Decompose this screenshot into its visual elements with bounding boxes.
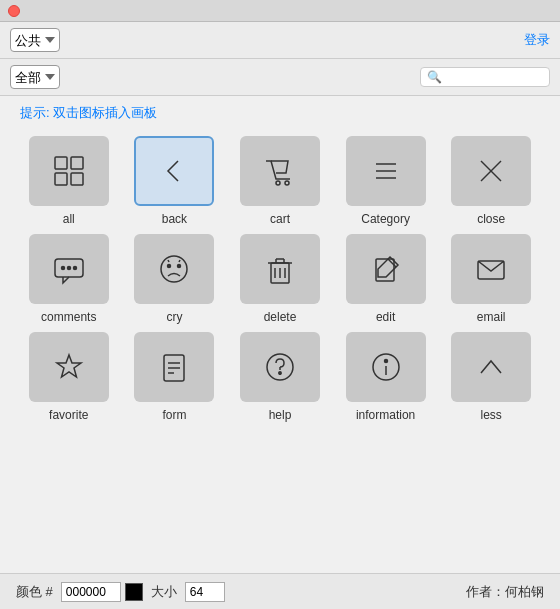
list-item[interactable]: information bbox=[337, 332, 435, 422]
svg-point-41 bbox=[279, 372, 281, 374]
icon-box-email[interactable] bbox=[451, 234, 531, 304]
search-wrapper: 🔍 bbox=[420, 67, 550, 87]
list-item[interactable]: back bbox=[126, 136, 224, 226]
icon-label: information bbox=[356, 408, 415, 422]
svg-rect-1 bbox=[71, 157, 83, 169]
list-item[interactable]: comments bbox=[20, 234, 118, 324]
icon-box-back[interactable] bbox=[134, 136, 214, 206]
svg-rect-2 bbox=[55, 173, 67, 185]
icon-box-information[interactable] bbox=[346, 332, 426, 402]
icon-label: favorite bbox=[49, 408, 88, 422]
icon-label: Category bbox=[361, 212, 410, 226]
list-item[interactable]: form bbox=[126, 332, 224, 422]
email-icon bbox=[471, 249, 511, 289]
close-icon bbox=[471, 151, 511, 191]
list-item[interactable]: email bbox=[442, 234, 540, 324]
category-select[interactable]: 公共 私有 bbox=[10, 28, 60, 52]
back-icon bbox=[154, 151, 194, 191]
icon-box-delete[interactable] bbox=[240, 234, 320, 304]
help-icon bbox=[260, 347, 300, 387]
list-item[interactable]: edit bbox=[337, 234, 435, 324]
svg-rect-3 bbox=[71, 173, 83, 185]
titlebar bbox=[0, 0, 560, 22]
icon-box-category[interactable] bbox=[346, 136, 426, 206]
icon-box-help[interactable] bbox=[240, 332, 320, 402]
icon-box-cry[interactable] bbox=[134, 234, 214, 304]
list-item[interactable]: help bbox=[231, 332, 329, 422]
color-input-wrapper bbox=[61, 582, 143, 602]
svg-point-16 bbox=[67, 267, 70, 270]
icon-label: help bbox=[269, 408, 292, 422]
svg-point-20 bbox=[178, 265, 181, 268]
svg-marker-34 bbox=[57, 355, 81, 377]
icon-box-form[interactable] bbox=[134, 332, 214, 402]
color-swatch bbox=[125, 583, 143, 601]
icon-box-all[interactable] bbox=[29, 136, 109, 206]
all-icon bbox=[49, 151, 89, 191]
icon-label: comments bbox=[41, 310, 96, 324]
icon-box-favorite[interactable] bbox=[29, 332, 109, 402]
color-value-input[interactable] bbox=[61, 582, 121, 602]
icon-box-comments[interactable] bbox=[29, 234, 109, 304]
svg-line-32 bbox=[388, 259, 396, 267]
svg-point-4 bbox=[276, 181, 280, 185]
svg-rect-0 bbox=[55, 157, 67, 169]
svg-line-21 bbox=[168, 260, 169, 262]
cart-icon bbox=[260, 151, 300, 191]
icon-label: less bbox=[481, 408, 502, 422]
icon-label: all bbox=[63, 212, 75, 226]
list-item[interactable]: cry bbox=[126, 234, 224, 324]
category-icon bbox=[366, 151, 406, 191]
favorite-icon bbox=[49, 347, 89, 387]
comments-icon bbox=[49, 249, 89, 289]
hint-text: 提示: 双击图标插入画板 bbox=[0, 96, 560, 126]
toolbar: 公共 私有 登录 bbox=[0, 22, 560, 59]
list-item[interactable]: close bbox=[442, 136, 540, 226]
icon-label: email bbox=[477, 310, 506, 324]
icon-box-cart[interactable] bbox=[240, 136, 320, 206]
icon-box-less[interactable] bbox=[451, 332, 531, 402]
svg-point-17 bbox=[73, 267, 76, 270]
list-item[interactable]: favorite bbox=[20, 332, 118, 422]
list-item[interactable]: cart bbox=[231, 136, 329, 226]
icon-label: form bbox=[162, 408, 186, 422]
filter-select[interactable]: 全部 常用 其他 bbox=[10, 65, 60, 89]
list-item[interactable]: delete bbox=[231, 234, 329, 324]
toolbar-row2: 全部 常用 其他 🔍 bbox=[0, 59, 560, 96]
icon-label: cart bbox=[270, 212, 290, 226]
cry-icon bbox=[154, 249, 194, 289]
icon-label: close bbox=[477, 212, 505, 226]
close-button[interactable] bbox=[8, 5, 20, 17]
less-icon bbox=[471, 347, 511, 387]
footer: 颜色 # 大小 作者：何柏钢 bbox=[0, 573, 560, 609]
author-label: 作者：何柏钢 bbox=[466, 583, 544, 601]
icon-box-edit[interactable] bbox=[346, 234, 426, 304]
icon-grid: all back cart bbox=[0, 126, 560, 432]
list-item[interactable]: Category bbox=[337, 136, 435, 226]
search-icon: 🔍 bbox=[427, 70, 442, 84]
icon-label: edit bbox=[376, 310, 395, 324]
icon-box-close[interactable] bbox=[451, 136, 531, 206]
svg-point-18 bbox=[161, 256, 187, 282]
svg-line-22 bbox=[179, 260, 180, 262]
icon-label: cry bbox=[166, 310, 182, 324]
delete-icon bbox=[260, 249, 300, 289]
svg-point-15 bbox=[61, 267, 64, 270]
icon-label: back bbox=[162, 212, 187, 226]
icon-label: delete bbox=[264, 310, 297, 324]
list-item[interactable]: less bbox=[442, 332, 540, 422]
size-label: 大小 bbox=[151, 583, 177, 601]
search-input[interactable] bbox=[446, 70, 543, 84]
login-button[interactable]: 登录 bbox=[524, 31, 550, 49]
svg-point-19 bbox=[168, 265, 171, 268]
list-item[interactable]: all bbox=[20, 136, 118, 226]
form-icon bbox=[154, 347, 194, 387]
svg-point-44 bbox=[384, 360, 387, 363]
information-icon bbox=[366, 347, 406, 387]
color-label: 颜色 # bbox=[16, 583, 53, 601]
edit-icon bbox=[366, 249, 406, 289]
svg-point-5 bbox=[285, 181, 289, 185]
size-input[interactable] bbox=[185, 582, 225, 602]
